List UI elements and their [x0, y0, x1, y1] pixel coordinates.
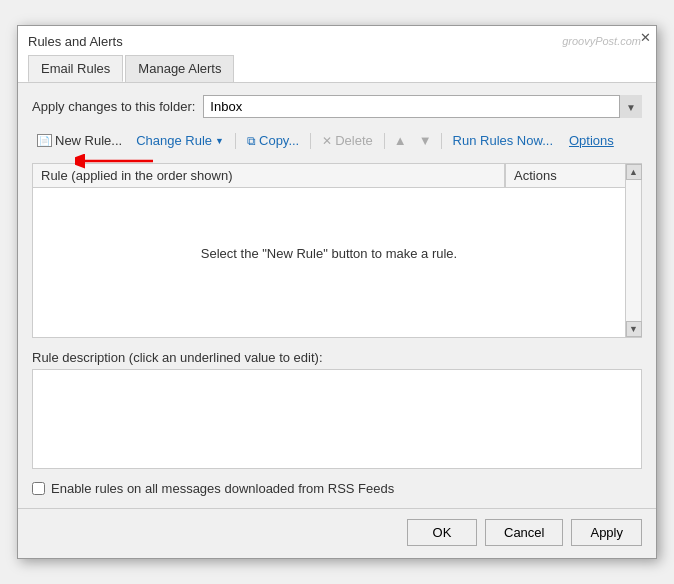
tab-manage-alerts[interactable]: Manage Alerts: [125, 55, 234, 82]
folder-label: Apply changes to this folder:: [32, 99, 195, 114]
ok-button[interactable]: OK: [407, 519, 477, 546]
dialog-title: Rules and Alerts: [28, 34, 123, 49]
folder-select[interactable]: Inbox: [203, 95, 642, 118]
watermark: groovyPost.com: [562, 35, 641, 47]
change-rule-label: Change Rule: [136, 133, 212, 148]
scroll-down-button[interactable]: ▼: [626, 321, 642, 337]
rule-description-label: Rule description (click an underlined va…: [32, 350, 642, 365]
change-rule-button[interactable]: Change Rule ▼: [129, 129, 231, 152]
new-rule-button[interactable]: 📄 New Rule...: [32, 129, 127, 152]
rss-feeds-checkbox[interactable]: [32, 482, 45, 495]
apply-button[interactable]: Apply: [571, 519, 642, 546]
rules-col1-header: Rule (applied in the order shown): [33, 164, 505, 187]
vertical-scrollbar[interactable]: ▲ ▼: [625, 164, 641, 337]
cancel-button[interactable]: Cancel: [485, 519, 563, 546]
rule-description-box: [32, 369, 642, 469]
folder-select-wrapper: Inbox ▼: [203, 95, 642, 118]
toolbar: 📄 New Rule... Change Rule ▼ ⧉ Copy... ✕ …: [32, 126, 642, 155]
toolbar-separator-4: [441, 133, 442, 149]
copy-icon: ⧉: [247, 134, 256, 148]
rules-table-inner: Rule (applied in the order shown) Action…: [33, 164, 625, 337]
rss-feeds-label: Enable rules on all messages downloaded …: [51, 481, 394, 496]
bottom-buttons: OK Cancel Apply: [18, 508, 656, 558]
delete-icon: ✕: [322, 134, 332, 148]
copy-button[interactable]: ⧉ Copy...: [240, 129, 306, 152]
scroll-up-button[interactable]: ▲: [626, 164, 642, 180]
rss-checkbox-row: Enable rules on all messages downloaded …: [32, 481, 642, 496]
delete-label: Delete: [335, 133, 373, 148]
rule-description-section: Rule description (click an underlined va…: [32, 346, 642, 469]
new-rule-label: New Rule...: [55, 133, 122, 148]
run-rules-now-label: Run Rules Now...: [453, 133, 553, 148]
title-bar: Rules and Alerts groovyPost.com ✕ Email …: [18, 26, 656, 83]
new-rule-icon: 📄: [37, 134, 52, 147]
change-rule-arrow: ▼: [215, 136, 224, 146]
move-down-button[interactable]: ▼: [414, 129, 437, 152]
rules-table-header: Rule (applied in the order shown) Action…: [33, 164, 625, 188]
move-up-button[interactable]: ▲: [389, 129, 412, 152]
options-button[interactable]: Options: [562, 129, 621, 152]
rules-table-body: Select the "New Rule" button to make a r…: [33, 188, 625, 318]
move-up-icon: ▲: [394, 133, 407, 148]
options-label: Options: [569, 133, 614, 148]
toolbar-separator-1: [235, 133, 236, 149]
rules-col2-header: Actions: [505, 164, 625, 187]
toolbar-separator-3: [384, 133, 385, 149]
rules-and-alerts-dialog: Rules and Alerts groovyPost.com ✕ Email …: [17, 25, 657, 559]
toolbar-separator-2: [310, 133, 311, 149]
close-button[interactable]: ✕: [635, 27, 655, 47]
tab-bar: Email Rules Manage Alerts: [28, 55, 646, 82]
tab-email-rules[interactable]: Email Rules: [28, 55, 123, 82]
rules-empty-message: Select the "New Rule" button to make a r…: [201, 246, 457, 261]
folder-row: Apply changes to this folder: Inbox ▼: [32, 95, 642, 118]
delete-button[interactable]: ✕ Delete: [315, 129, 380, 152]
folder-dropdown-arrow[interactable]: ▼: [620, 95, 642, 118]
dialog-content: Apply changes to this folder: Inbox ▼ 📄 …: [18, 83, 656, 508]
move-down-icon: ▼: [419, 133, 432, 148]
run-rules-now-button[interactable]: Run Rules Now...: [446, 129, 560, 152]
copy-label: Copy...: [259, 133, 299, 148]
rules-table: Rule (applied in the order shown) Action…: [32, 163, 642, 338]
